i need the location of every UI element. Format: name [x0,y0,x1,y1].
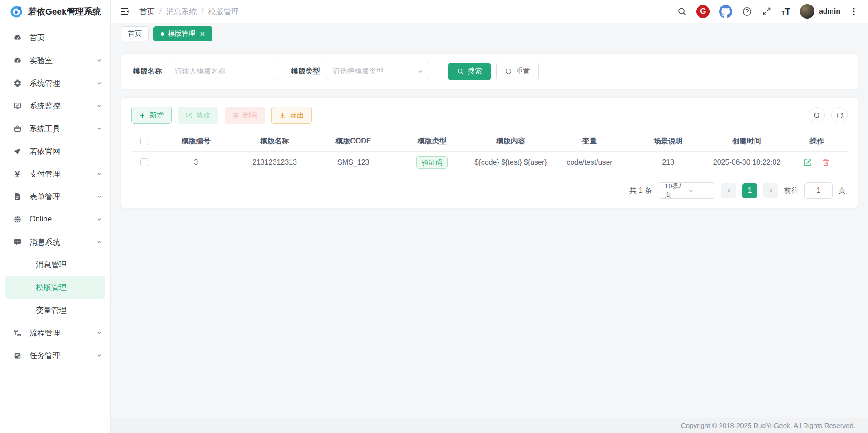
table-row: 3 21312312313 SMS_123 验证码 ${code} ${test… [131,152,848,173]
refresh-icon [505,68,512,75]
col-header: 操作 [786,137,848,146]
goto-label: 前往 [784,186,799,196]
page-size-select[interactable]: 10条/页 [658,182,715,199]
col-header: 模版内容 [471,137,550,146]
chat-bubble-icon [13,237,22,246]
chevron-down-icon [96,216,102,222]
tags-view: 首页 模版管理 [121,26,858,41]
close-icon[interactable] [200,31,205,37]
chevron-down-icon [96,194,102,200]
row-edit-icon[interactable] [804,158,812,167]
tag-home[interactable]: 首页 [121,26,149,41]
search-icon[interactable] [677,6,687,16]
template-type-field: 模版类型 请选择模版类型 [291,63,429,80]
reset-button[interactable]: 重置 [496,63,539,80]
chevron-down-icon [96,353,102,359]
sidebar-collapse-icon[interactable] [120,7,129,16]
more-icon[interactable] [850,7,858,15]
col-header: 场景说明 [629,137,707,146]
user-menu[interactable]: admin [800,4,840,19]
sidebar-item-payment[interactable]: ¥ 支付管理 [0,162,110,185]
sidebar-item-flow-manage[interactable]: 流程管理 [0,321,110,344]
globe-icon [13,215,22,224]
pagination-total: 共 1 条 [629,186,652,196]
sidebar-item-forms[interactable]: 表单管理 [0,185,110,208]
sidebar-item-online[interactable]: Online [0,208,110,231]
template-name-input[interactable] [168,63,278,80]
chevron-up-icon [96,239,102,245]
sidebar-item-home[interactable]: 首页 [0,26,110,49]
table-header-row: 模版编号 模版名称 模版CODE 模版类型 模版内容 变量 场景说明 创建时间 … [131,132,848,152]
app-logo[interactable]: 若依Geek管理系统 [0,0,110,24]
template-type-select[interactable]: 请选择模版类型 [326,63,429,80]
next-page-button[interactable] [763,183,778,198]
gear-icon [13,79,22,88]
avatar[interactable] [800,4,814,19]
select-all-checkbox[interactable] [140,138,148,145]
template-table: 模版编号 模版名称 模版CODE 模版类型 模版内容 变量 场景说明 创建时间 … [131,132,848,173]
search-button[interactable]: 搜索 [448,63,491,80]
chevron-down-icon [96,126,102,132]
current-page-button[interactable]: 1 [742,183,757,198]
chevron-down-icon [96,80,102,86]
edit-icon [186,112,192,119]
delete-button[interactable]: 删除 [225,107,265,124]
topbar-actions: G TT admin [677,4,858,19]
help-icon[interactable] [742,6,752,17]
pagination: 共 1 条 10条/页 1 前往 页 [131,173,848,208]
export-button[interactable]: 导出 [271,107,312,124]
sidebar-item-variable-manage[interactable]: 变量管理 [0,299,110,321]
sidebar-item-ruoyi-site[interactable]: 若依官网 [0,140,110,162]
goto-page-input[interactable] [804,182,833,199]
flow-icon [13,328,22,337]
github-icon[interactable] [719,5,732,18]
username: admin [819,7,840,15]
font-size-icon[interactable]: TT [781,7,790,16]
show-search-button[interactable] [809,107,825,123]
prev-page-button[interactable] [721,183,736,198]
sidebar-item-message-manage[interactable]: 消息管理 [0,253,110,276]
logo-icon [10,5,23,18]
sidebar-item-lab[interactable]: 实验室 [0,49,110,72]
topbar: 首页 / 消息系统 / 模版管理 G [111,0,868,23]
gitee-icon[interactable]: G [696,5,710,18]
chevron-down-icon [96,103,102,109]
fullscreen-icon[interactable] [762,6,772,16]
cell-variables: code/test/user [550,158,629,167]
breadcrumb-separator: / [159,7,162,16]
template-type-label: 模版类型 [291,67,320,76]
col-header: 模版名称 [235,137,314,146]
sidebar-item-system-tools[interactable]: 系统工具 [0,117,110,140]
template-name-label: 模版名称 [133,67,162,76]
breadcrumb-message-system: 消息系统 [166,6,197,17]
row-checkbox[interactable] [140,158,148,166]
breadcrumb: 首页 / 消息系统 / 模版管理 [139,6,239,17]
modify-button[interactable]: 修改 [178,107,218,124]
sidebar-item-task-manage[interactable]: 任务管理 [0,344,110,367]
monitor-icon [13,101,22,110]
gauge-icon [13,56,22,65]
chevron-down-icon [96,171,102,177]
col-header: 创建时间 [707,137,786,146]
sidebar-item-template-manage[interactable]: 模版管理 [5,276,105,299]
tag-template-manage[interactable]: 模版管理 [153,26,212,41]
add-button[interactable]: 新增 [131,107,172,124]
dashboard-icon [13,33,22,42]
cell-template-code: SMS_123 [314,158,393,167]
active-dot [161,32,164,36]
document-icon [13,192,22,201]
col-header: 模版编号 [157,137,235,146]
col-header: 模版类型 [393,137,471,146]
copyright-text: Copyright © 2018-2025 RuoYi-Geek. All Ri… [681,422,855,429]
refresh-table-button[interactable] [831,107,848,123]
sidebar-item-system-monitor[interactable]: 系统监控 [0,94,110,117]
cell-scene: 213 [629,158,707,167]
sidebar-item-message-system[interactable]: 消息系统 [0,231,110,253]
page-unit-label: 页 [838,186,846,196]
sidebar-item-system-admin[interactable]: 系统管理 [0,72,110,94]
cell-template-name: 21312312313 [235,158,314,167]
download-icon [279,112,286,119]
row-delete-icon[interactable] [822,158,830,167]
sidebar: 若依Geek管理系统 首页 实验室 系统管理 系统监控 [0,0,111,433]
breadcrumb-home[interactable]: 首页 [139,6,155,17]
